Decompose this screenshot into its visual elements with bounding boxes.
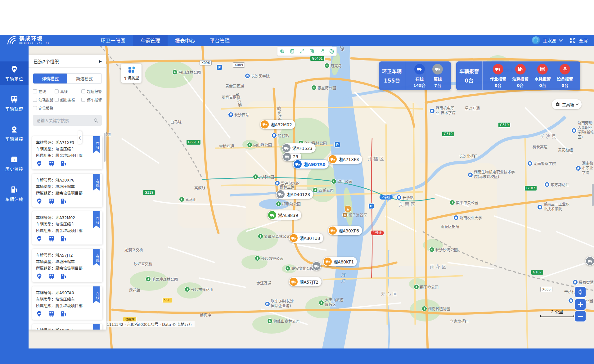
- vehicle-card-湘A71XF3[interactable]: 车牌号码：湘A71XF3车辆类型：垃圾压缩车所属组织：厨余垃圾项目部在线: [32, 136, 102, 169]
- map-label: 索马山: [179, 197, 196, 202]
- panel-collapse-tab[interactable]: ❮: [78, 131, 82, 144]
- fuel-vehicle-icon[interactable]: [60, 311, 67, 317]
- map-label: 黄金园互通: [225, 83, 244, 88]
- filter-6[interactable]: 定位报警: [33, 106, 55, 111]
- vehicle-plate: 车牌号码：湘A80KF1: [36, 327, 99, 330]
- search-input[interactable]: [33, 115, 102, 126]
- nav-item-2[interactable]: 报表中心: [168, 35, 202, 46]
- map-label: 杨梅冲: [200, 312, 211, 317]
- edu-poi-icon: [538, 205, 542, 209]
- vehicle-card-湘A57JT2[interactable]: 车牌号码：湘A57JT2车辆类型：垃圾压缩车所属组织：厨余垃圾项目部在线: [32, 249, 102, 282]
- expand-right-icon[interactable]: ▶: [99, 59, 102, 63]
- map-copyright: 1111342 - 京ICP证030173号 - Data © 长地万方: [104, 321, 195, 327]
- vehicle-card-湘A32M02[interactable]: 车牌号码：湘A32M02车辆类型：垃圾压缩车所属组织：厨余垃圾项目部在线: [32, 211, 102, 245]
- expand-icon[interactable]: [299, 49, 305, 54]
- fullscreen-icon[interactable]: [570, 38, 576, 43]
- filter-checkbox[interactable]: [81, 98, 85, 102]
- map-canvas[interactable]: 智清小镇月亮岛乌山森林公园长沙医学院黄金园互通银星湾公园观音岩枢纽星沙互通松雅湖…: [29, 45, 594, 348]
- track-vehicle-icon[interactable]: [48, 236, 55, 242]
- tab-simple-mode[interactable]: 简洁模式: [67, 74, 101, 83]
- vehicle-type-button[interactable]: 车辆类型: [121, 64, 142, 83]
- filter-0[interactable]: 在线: [33, 89, 55, 94]
- avatar[interactable]: [532, 36, 540, 44]
- track-vehicle-icon[interactable]: [48, 198, 55, 204]
- locate-vehicle-icon[interactable]: [36, 311, 43, 317]
- fuel-vehicle-icon[interactable]: [60, 198, 67, 204]
- chevron-down-icon: [576, 102, 579, 105]
- list-scrollbar[interactable]: [104, 133, 106, 162]
- fuel-vehicle-icon[interactable]: [60, 236, 67, 242]
- filter-checkbox[interactable]: [33, 89, 37, 93]
- tab-detail-mode[interactable]: 详情模式: [33, 74, 67, 83]
- page-scrollbar[interactable]: [592, 45, 594, 364]
- fuel-vehicle-icon[interactable]: [60, 160, 67, 167]
- locate-vehicle-icon[interactable]: [36, 198, 43, 204]
- filter-checkbox[interactable]: [55, 89, 59, 93]
- vehicle-marker-湘A71XF3[interactable]: 湘A71XF3: [328, 155, 362, 164]
- zoom-in-button[interactable]: +: [575, 299, 586, 310]
- share-icon[interactable]: [319, 49, 324, 54]
- map-label: 湖南机电职业 技术学院: [430, 106, 458, 115]
- locate-vehicle-icon[interactable]: [36, 236, 43, 242]
- vehicle-marker-湘A32M02[interactable]: 湘A32M02: [260, 120, 295, 129]
- sidebar-item-4[interactable]: 车辆油耗: [0, 182, 29, 205]
- map-scale-label: 2 公里: [540, 308, 574, 314]
- nav-item-1[interactable]: 车辆管理: [133, 35, 168, 46]
- truck-icon: [313, 262, 321, 270]
- filter-1[interactable]: 离线: [55, 89, 81, 94]
- vehicle-card-湘A80KF1[interactable]: 车牌号码：湘A80KF1车辆类型：垃圾压缩车所属组织：厨余垃圾项目部在线: [32, 324, 102, 330]
- vehicle-card-湘A90TA0[interactable]: 车牌号码：湘A90TA0车辆类型：垃圾压缩车所属组织：厨余垃圾项目部在线: [32, 286, 102, 320]
- sidebar-item-2[interactable]: 车辆监控: [0, 122, 29, 145]
- filter-checkbox[interactable]: [33, 106, 37, 110]
- track-vehicle-icon[interactable]: [48, 160, 55, 167]
- sidebar-item-label: 历史监控: [5, 166, 23, 172]
- fleet-panel-title: 环卫车辆: [382, 68, 402, 74]
- truck-icon: [329, 155, 337, 163]
- vehicle-marker-湘A30TU3[interactable]: 湘A30TU3: [289, 233, 323, 243]
- sidebar-item-3[interactable]: 历史监控: [0, 152, 29, 175]
- track-vehicle-icon[interactable]: [48, 311, 55, 317]
- filter-3[interactable]: 油耗报警: [33, 97, 55, 102]
- nav-item-0[interactable]: 环卫一张图: [93, 35, 133, 46]
- filter-checkbox[interactable]: [33, 98, 37, 102]
- user-chevron-down-icon[interactable]: [559, 38, 563, 42]
- locate-vehicle-icon[interactable]: [36, 160, 43, 167]
- vehicle-card-湘A30XP6[interactable]: 车牌号码：湘A30XP6车辆类型：垃圾压缩车所属组织：厨余垃圾项目部在线: [32, 174, 102, 207]
- settings-icon[interactable]: [329, 49, 334, 54]
- vehicle-marker-湘A30XP6[interactable]: 湘A30XP6: [328, 226, 362, 235]
- distance-measure-icon[interactable]: [280, 49, 285, 54]
- filter-checkbox[interactable]: [55, 98, 59, 102]
- zoom-out-button[interactable]: −: [575, 311, 586, 321]
- vehicle-marker-湘AL8839[interactable]: 湘AL8839: [268, 210, 301, 220]
- fuel-vehicle-icon[interactable]: [60, 273, 67, 280]
- user-name[interactable]: 王水晶: [543, 37, 557, 44]
- vehicle-marker-湘A90TA0[interactable]: 湘A90TA0: [293, 160, 329, 169]
- filter-5[interactable]: 停车报警: [81, 97, 102, 102]
- map-label: 金桥互通: [219, 143, 234, 149]
- sidebar-item-1[interactable]: 车辆轨迹: [0, 92, 29, 115]
- screen-icon[interactable]: [290, 49, 295, 54]
- factory-poi-icon: [569, 298, 573, 303]
- locate-vehicle-icon[interactable]: [36, 273, 43, 280]
- map-label: 大王山旅游 度假区: [319, 298, 347, 307]
- vehicle-marker-湘A80KF1[interactable]: 湘A80KF1: [323, 257, 357, 266]
- vehicle-marker-湘A57JT2[interactable]: 湘A57JT2: [289, 277, 322, 286]
- status-badge: 在线: [93, 324, 100, 330]
- toolbox-button[interactable]: 工具箱: [552, 99, 582, 109]
- nav-item-3[interactable]: 平台管理: [202, 35, 237, 46]
- locate-button[interactable]: [575, 287, 586, 297]
- track-vehicle-icon[interactable]: [48, 273, 55, 280]
- vehicle-marker-湘AD40123[interactable]: 湘AD40123: [276, 190, 313, 199]
- filter-4[interactable]: 超出围栏: [55, 97, 81, 102]
- filter-checkbox[interactable]: [81, 89, 85, 93]
- vehicle-list[interactable]: 车牌号码：湘A71XF3车辆类型：垃圾压缩车所属组织：厨余垃圾项目部在线车牌号码…: [29, 132, 106, 330]
- fullscreen-label[interactable]: 全屏: [579, 37, 588, 44]
- sidebar-item-0[interactable]: 车辆定位: [0, 61, 29, 85]
- vehicle-marker[interactable]: [312, 261, 321, 271]
- save-icon[interactable]: [309, 49, 314, 54]
- filter-2[interactable]: 超速报警: [81, 89, 102, 94]
- brand-name: 鹤成环境: [19, 36, 50, 41]
- fleet-col-0: 在线148台: [413, 64, 426, 88]
- vehicle-marker-湘AF1523[interactable]: 湘AF1523: [282, 143, 316, 153]
- org-selector-row[interactable]: 已选7个组织 ▶: [29, 55, 106, 68]
